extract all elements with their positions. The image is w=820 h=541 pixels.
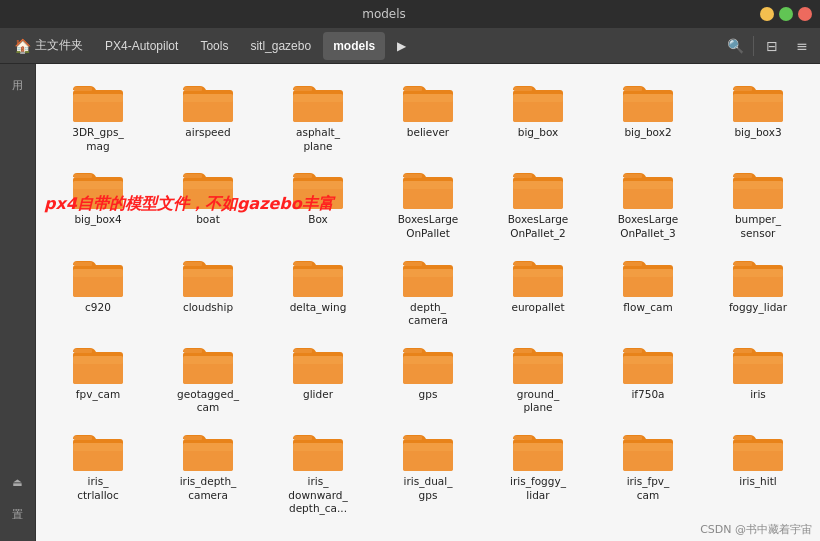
folder-label: big_box3 xyxy=(734,126,781,140)
folder-item[interactable]: europallet xyxy=(484,249,592,332)
folder-item[interactable]: airspeed xyxy=(154,74,262,157)
folder-item[interactable]: iris_dual_gps xyxy=(374,423,482,520)
svg-rect-94 xyxy=(293,356,343,364)
folder-item[interactable]: ground_plane xyxy=(484,336,592,419)
svg-rect-59 xyxy=(74,262,92,266)
folder-label: BoxesLargeOnPallet_2 xyxy=(508,213,569,240)
folder-item[interactable]: fpv_cam xyxy=(44,336,152,419)
folder-item[interactable]: believer xyxy=(374,74,482,157)
maximize-button[interactable]: □ xyxy=(779,7,793,21)
folder-icon xyxy=(292,429,344,473)
folder-icon xyxy=(732,167,784,211)
nav-home-button[interactable]: 🏠 主文件夹 xyxy=(4,32,93,60)
folder-item[interactable]: cloudship xyxy=(154,249,262,332)
svg-rect-138 xyxy=(733,443,783,451)
folder-item[interactable]: delta_wing xyxy=(264,249,372,332)
folder-icon xyxy=(622,255,674,299)
folder-item[interactable]: iris_ctrlalloc xyxy=(44,423,152,520)
folder-icon xyxy=(72,255,124,299)
folder-item[interactable]: iris xyxy=(704,336,812,419)
folder-icon xyxy=(402,429,454,473)
sidebar-item-bottom[interactable]: 置 xyxy=(4,501,32,529)
view-list-button[interactable]: ⊟ xyxy=(758,32,786,60)
folder-item[interactable]: depth_camera xyxy=(374,249,482,332)
folder-label: iris_hitl xyxy=(739,475,776,489)
folder-item[interactable]: bumper_sensor xyxy=(704,161,812,244)
folder-label: big_box xyxy=(518,126,558,140)
folder-item[interactable]: Box xyxy=(264,161,372,244)
folder-item[interactable]: flow_cam xyxy=(594,249,702,332)
folder-icon xyxy=(622,80,674,124)
folder-label: gps xyxy=(419,388,438,402)
folder-grid: 3DR_gps_mag airspeed aspha xyxy=(44,74,812,520)
eject-icon: ⏏ xyxy=(12,476,22,489)
svg-rect-106 xyxy=(623,356,673,364)
folder-item[interactable]: big_box3 xyxy=(704,74,812,157)
folder-item[interactable]: geotagged_cam xyxy=(154,336,262,419)
svg-rect-3 xyxy=(74,87,92,91)
folder-icon xyxy=(512,342,564,386)
folder-item[interactable]: BoxesLargeOnPallet_3 xyxy=(594,161,702,244)
svg-rect-54 xyxy=(733,181,783,189)
folder-item[interactable]: iris_foggy_lidar xyxy=(484,423,592,520)
svg-rect-15 xyxy=(404,87,422,91)
folder-label: foggy_lidar xyxy=(729,301,787,315)
minimize-button[interactable]: ─ xyxy=(760,7,774,21)
folder-item[interactable]: boat xyxy=(154,161,262,244)
folder-item[interactable]: gps xyxy=(374,336,482,419)
svg-rect-30 xyxy=(73,181,123,189)
folder-label: BoxesLargeOnPallet xyxy=(398,213,459,240)
file-pane[interactable]: px4自带的模型文件，不如gazebo丰富 3DR_gps_mag xyxy=(36,64,820,541)
svg-rect-82 xyxy=(733,269,783,277)
folder-item[interactable]: glider xyxy=(264,336,372,419)
navbar: 🏠 主文件夹 PX4-Autopilot Tools sitl_gazebo m… xyxy=(0,28,820,64)
view-grid-button[interactable]: ≡ xyxy=(788,32,816,60)
svg-rect-18 xyxy=(513,94,563,102)
folder-item[interactable]: iris_fpv_cam xyxy=(594,423,702,520)
folder-icon xyxy=(622,342,674,386)
folder-item[interactable]: iris_depth_camera xyxy=(154,423,262,520)
close-button[interactable]: ✕ xyxy=(798,7,812,21)
svg-rect-114 xyxy=(73,443,123,451)
nav-sitl-button[interactable]: sitl_gazebo xyxy=(240,32,321,60)
svg-rect-19 xyxy=(514,87,532,91)
folder-item[interactable]: iris_downward_depth_ca... xyxy=(264,423,372,520)
folder-icon xyxy=(72,429,124,473)
folder-label: iris_dual_gps xyxy=(404,475,453,502)
nav-models-button[interactable]: models xyxy=(323,32,385,60)
folder-item[interactable]: asphalt_plane xyxy=(264,74,372,157)
folder-icon xyxy=(402,167,454,211)
home-icon: 🏠 xyxy=(14,38,31,54)
svg-rect-26 xyxy=(733,94,783,102)
svg-rect-47 xyxy=(514,174,532,178)
folder-item[interactable]: big_box xyxy=(484,74,592,157)
svg-rect-98 xyxy=(403,356,453,364)
folder-item[interactable]: foggy_lidar xyxy=(704,249,812,332)
svg-rect-78 xyxy=(623,269,673,277)
nav-px4-button[interactable]: PX4-Autopilot xyxy=(95,32,188,60)
svg-rect-7 xyxy=(184,87,202,91)
folder-item[interactable]: big_box2 xyxy=(594,74,702,157)
folder-item[interactable]: BoxesLargeOnPallet xyxy=(374,161,482,244)
search-button[interactable]: 🔍 xyxy=(721,32,749,60)
svg-rect-122 xyxy=(293,443,343,451)
sidebar-item-top[interactable]: 用 xyxy=(4,72,32,100)
folder-item[interactable]: c920 xyxy=(44,249,152,332)
folder-item[interactable]: iris_hitl xyxy=(704,423,812,520)
folder-icon xyxy=(72,167,124,211)
nav-tools-button[interactable]: Tools xyxy=(190,32,238,60)
folder-label: ground_plane xyxy=(517,388,559,415)
folder-item[interactable]: big_box4 xyxy=(44,161,152,244)
nav-next-button[interactable]: ▶ xyxy=(387,32,416,60)
svg-rect-35 xyxy=(184,174,202,178)
folder-icon xyxy=(732,255,784,299)
folder-item[interactable]: BoxesLargeOnPallet_2 xyxy=(484,161,592,244)
folder-icon xyxy=(292,167,344,211)
svg-rect-58 xyxy=(73,269,123,277)
folder-icon xyxy=(402,255,454,299)
folder-item[interactable]: 3DR_gps_mag xyxy=(44,74,152,157)
svg-rect-126 xyxy=(403,443,453,451)
sidebar-eject-button[interactable]: ⏏ xyxy=(4,469,32,497)
folder-item[interactable]: if750a xyxy=(594,336,702,419)
folder-icon xyxy=(622,167,674,211)
